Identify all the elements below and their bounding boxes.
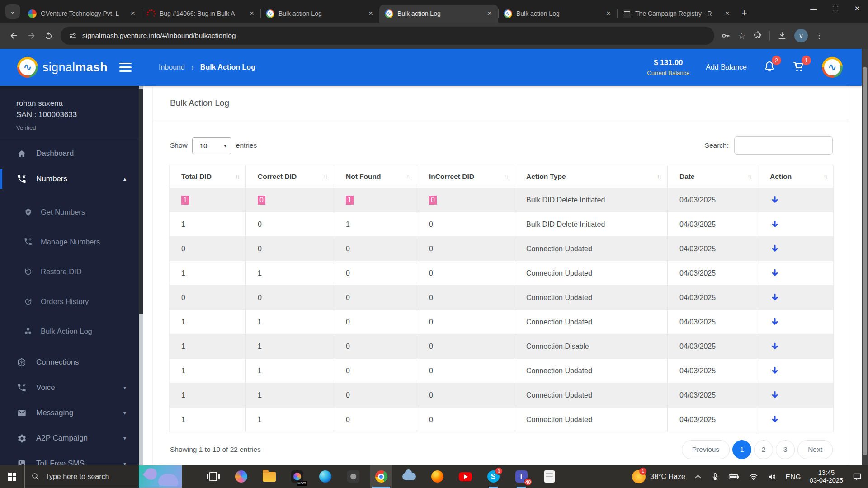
minimize-button[interactable]: — [803,0,825,17]
download-action-icon[interactable] [758,286,834,310]
sidebar-item-orders-history[interactable]: Orders History [0,286,139,316]
notes-icon[interactable] [538,465,560,488]
download-action-icon[interactable] [758,334,834,358]
next-button[interactable]: Next [797,440,833,459]
copilot-icon[interactable] [230,465,252,488]
search-input[interactable] [734,136,833,155]
url-bar[interactable]: signalmash.gventure.info/#/inbound/bulka… [61,27,714,45]
download-action-icon[interactable] [758,261,834,285]
cloud-icon[interactable] [398,465,420,488]
tab-close-icon[interactable]: × [486,9,494,18]
volume-icon[interactable] [767,472,777,481]
new-tab-button[interactable]: + [736,7,754,23]
sidebar-item-get-numbers[interactable]: Get Numbers [0,197,139,227]
browser-tab[interactable]: Bulk action Log× [379,5,498,23]
forward-icon[interactable] [23,27,40,44]
browser-tab[interactable]: Bulk action Log× [260,5,379,23]
microphone-icon[interactable] [711,472,720,481]
weather-widget[interactable]: 1 38°C Haze [632,470,685,483]
sidebar-scrollbar[interactable] [139,86,143,465]
language-indicator[interactable]: ENG [786,473,801,480]
page-scrollbar-thumb[interactable] [863,67,867,455]
sort-icon[interactable]: ↑↓ [504,173,508,180]
sidebar-item-dashboard[interactable]: Dashboard [0,141,139,166]
chrome-icon[interactable] [370,465,392,488]
download-action-icon[interactable] [758,359,834,383]
close-button[interactable]: ✕ [846,0,868,17]
sidebar-item-connections[interactable]: Connections [0,350,139,375]
column-header-date[interactable]: Date↑↓ [668,165,758,188]
page-button-3[interactable]: 3 [776,440,795,459]
previous-button[interactable]: Previous [682,440,730,459]
page-button-1[interactable]: 1 [732,440,751,459]
sidebar-item-bulk-action-log[interactable]: Bulk Action Log [0,316,139,346]
task-view-icon[interactable] [202,465,224,488]
tab-close-icon[interactable]: × [604,9,613,18]
sidebar-scrollbar-thumb[interactable] [139,89,143,314]
firefox-icon[interactable] [426,465,448,488]
add-balance-button[interactable]: Add Balance [706,63,747,71]
extensions-icon[interactable] [753,31,762,41]
download-action-icon[interactable] [758,237,834,261]
browser-tab[interactable]: Bug #14066: Bug in Bulk A× [142,5,260,23]
tab-close-icon[interactable]: × [367,9,375,18]
column-header-incorrect-did[interactable]: InCorrect DID↑↓ [417,165,514,188]
browser-tab[interactable]: GVenture Technology Pvt. L× [23,5,142,23]
start-button[interactable] [0,465,24,488]
column-header-total-did[interactable]: Total DID↑↓ [170,165,246,188]
sidebar-item-voice[interactable]: Voice▾ [0,375,139,400]
edge-icon[interactable] [314,465,336,488]
sort-icon[interactable]: ↑↓ [406,173,410,180]
tab-close-icon[interactable]: × [723,9,731,18]
sort-icon[interactable]: ↑↓ [323,173,327,180]
sidebar-item-a2p-campaign[interactable]: A2P Campaign▾ [0,426,139,451]
tab-close-icon[interactable]: × [129,9,137,18]
download-action-icon[interactable] [758,310,834,334]
reload-icon[interactable] [40,27,57,44]
column-header-action[interactable]: Action↑↓ [758,165,834,188]
back-icon[interactable] [5,27,23,44]
page-button-2[interactable]: 2 [754,440,773,459]
download-action-icon[interactable] [758,383,834,407]
camera-icon[interactable] [342,465,364,488]
maximize-button[interactable] [825,0,846,17]
url-text[interactable]: signalmash.gventure.info/#/inbound/bulka… [82,32,236,40]
taskbar-search[interactable] [24,465,182,488]
sidebar-item-messaging[interactable]: Messaging▾ [0,400,139,426]
hamburger-menu-icon[interactable] [119,63,132,72]
bookmark-star-icon[interactable]: ☆ [738,31,745,41]
column-header-correct-did[interactable]: Correct DID↑↓ [246,165,334,188]
browser-profile-avatar[interactable]: v [794,29,808,42]
page-size-select[interactable]: 10 ▾ [192,137,231,154]
chevron-up-icon[interactable] [694,473,702,481]
sidebar-item-numbers[interactable]: Numbers▴ [0,166,139,192]
wifi-icon[interactable] [749,472,759,481]
sort-icon[interactable]: ↑↓ [657,173,661,180]
sort-icon[interactable]: ↑↓ [823,173,827,180]
account-avatar[interactable] [822,57,843,78]
browser-tab[interactable]: Bulk action Log× [498,5,617,23]
sidebar-item-manage-numbers[interactable]: Manage Numbers [0,227,139,257]
download-action-icon[interactable] [758,408,834,432]
notification-center-icon[interactable] [852,472,863,482]
skype-icon[interactable]: 1 [482,465,504,488]
youtube-icon[interactable] [454,465,476,488]
sidebar-item-toll-free-sms[interactable]: Toll Free SMS▾ [0,451,139,465]
site-info-icon[interactable] [69,32,77,40]
m365-copilot-icon[interactable]: M365 [286,465,308,488]
notifications-button[interactable]: 2 [763,60,776,75]
download-icon[interactable] [777,31,787,41]
column-header-action-type[interactable]: Action Type↑↓ [514,165,668,188]
password-key-icon[interactable] [721,31,731,41]
file-explorer-icon[interactable] [258,465,280,488]
tab-close-icon[interactable]: × [248,9,256,18]
taskbar-search-input[interactable] [45,473,131,481]
battery-icon[interactable] [728,472,740,481]
sort-icon[interactable]: ↑↓ [235,173,239,180]
breadcrumb-inbound[interactable]: Inbound [159,63,185,71]
cart-button[interactable]: 1 [792,60,806,75]
sidebar-item-restore-did[interactable]: Restore DID [0,257,139,286]
page-scrollbar[interactable] [862,49,868,465]
tab-search-icon[interactable]: ⌄ [5,4,20,19]
download-action-icon[interactable] [758,188,834,212]
